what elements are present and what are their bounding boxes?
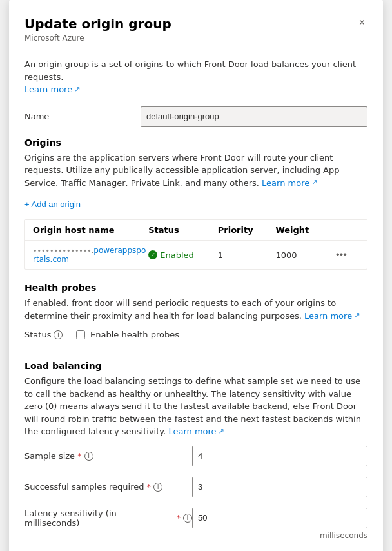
load-balancing-learn-more-link[interactable]: Learn more ↗ — [168, 425, 224, 438]
sample-size-field: Sample size * i — [24, 446, 368, 466]
health-probes-section: Health probes If enabled, front door wil… — [24, 283, 368, 339]
origins-learn-more-link[interactable]: Learn more ↗ — [262, 177, 317, 190]
health-probes-title: Health probes — [24, 283, 368, 293]
status-dot-icon — [148, 250, 157, 259]
section-divider — [24, 350, 368, 350]
more-actions-button[interactable]: ••• — [333, 248, 349, 262]
status-info-icon[interactable]: i — [54, 330, 63, 339]
add-origin-label: + Add an origin — [24, 199, 81, 209]
origins-description: Origins are the application servers wher… — [24, 152, 368, 190]
successful-samples-info-icon[interactable]: i — [153, 483, 162, 492]
external-link-icon: ↗ — [74, 85, 80, 95]
col-header-host: Origin host name — [33, 225, 148, 235]
intro-learn-more-link[interactable]: Learn more ↗ — [24, 83, 80, 96]
health-probes-description: If enabled, front door will send periodi… — [24, 297, 368, 322]
col-header-actions — [333, 225, 359, 235]
origins-external-icon: ↗ — [311, 177, 317, 188]
origin-weight: 1000 — [275, 250, 333, 260]
intro-text: An origin group is a set of origins to w… — [24, 59, 356, 82]
latency-sensitivity-required: * — [177, 513, 181, 523]
health-probes-status-label: Status i — [24, 330, 63, 339]
panel-body: An origin group is a set of origins to w… — [9, 50, 383, 551]
successful-samples-input[interactable] — [192, 477, 368, 497]
col-header-weight: Weight — [275, 225, 333, 235]
latency-sensitivity-info-icon[interactable]: i — [183, 514, 192, 523]
enable-health-probes-checkbox-row: Enable health probes — [76, 330, 179, 339]
sample-size-required: * — [77, 451, 82, 461]
load-balancing-title: Load balancing — [24, 361, 368, 371]
health-probes-status-row: Status i Enable health probes — [24, 330, 368, 339]
name-label: Name — [24, 112, 141, 121]
latency-sensitivity-input[interactable] — [192, 508, 368, 528]
col-header-priority: Priority — [218, 225, 276, 235]
name-input[interactable] — [141, 106, 368, 127]
latency-sensitivity-label: Latency sensitivity (in milliseconds) * … — [24, 508, 192, 528]
intro-learn-more-label: Learn more — [24, 83, 72, 96]
panel-title: Update origin group — [24, 15, 172, 32]
table-header: Origin host name Status Priority Weight — [25, 220, 367, 241]
update-origin-group-panel: Update origin group Microsoft Azure × An… — [9, 0, 383, 551]
load-balancing-external-icon: ↗ — [219, 426, 224, 437]
status-text: Status — [24, 330, 51, 339]
health-probes-desc-text: If enabled, front door will send periodi… — [24, 298, 336, 321]
origins-learn-more-label: Learn more — [262, 177, 309, 190]
origin-host-name[interactable]: ••••••••••••••.powerappsportals.com — [33, 246, 148, 264]
origins-title: Origins — [24, 137, 368, 148]
enable-health-probes-checkbox[interactable] — [76, 330, 85, 339]
origin-status: Enabled — [148, 250, 218, 260]
successful-samples-field: Successful samples required * i — [24, 477, 368, 497]
load-balancing-learn-more-label: Learn more — [168, 425, 216, 438]
sample-size-label: Sample size * i — [24, 451, 192, 461]
latency-sensitivity-field: Latency sensitivity (in milliseconds) * … — [24, 508, 368, 540]
health-probes-external-icon: ↗ — [354, 310, 360, 321]
col-header-status: Status — [148, 225, 218, 235]
health-probes-learn-more-link[interactable]: Learn more ↗ — [304, 310, 360, 323]
intro-description: An origin group is a set of origins to w… — [24, 50, 368, 106]
health-probes-learn-more-label: Learn more — [304, 310, 352, 323]
origins-section: Origins Origins are the application serv… — [24, 137, 368, 270]
panel-header: Update origin group Microsoft Azure × — [9, 0, 383, 50]
table-row: ••••••••••••••.powerappsportals.com Enab… — [25, 241, 367, 269]
load-balancing-section: Load balancing Configure the load balanc… — [24, 361, 368, 540]
sample-size-input[interactable] — [192, 446, 368, 466]
load-balancing-description: Configure the load balancing settings to… — [24, 375, 368, 438]
add-origin-button[interactable]: + Add an origin — [24, 197, 81, 212]
header-text: Update origin group Microsoft Azure — [24, 15, 172, 43]
status-label-text: Enabled — [160, 250, 194, 260]
sample-size-info-icon[interactable]: i — [84, 452, 93, 461]
origin-actions: ••• — [333, 248, 359, 262]
close-button[interactable]: × — [357, 14, 368, 31]
origins-table: Origin host name Status Priority Weight … — [24, 219, 368, 270]
name-field-row: Name — [24, 106, 368, 127]
successful-samples-label: Successful samples required * i — [24, 482, 192, 492]
enable-health-probes-label: Enable health probes — [90, 330, 179, 339]
host-prefix: ••••••••••••••. — [33, 246, 93, 255]
milliseconds-label: milliseconds — [24, 531, 368, 540]
panel-subtitle: Microsoft Azure — [24, 34, 172, 43]
successful-samples-required: * — [147, 482, 152, 492]
origin-priority: 1 — [218, 250, 276, 260]
